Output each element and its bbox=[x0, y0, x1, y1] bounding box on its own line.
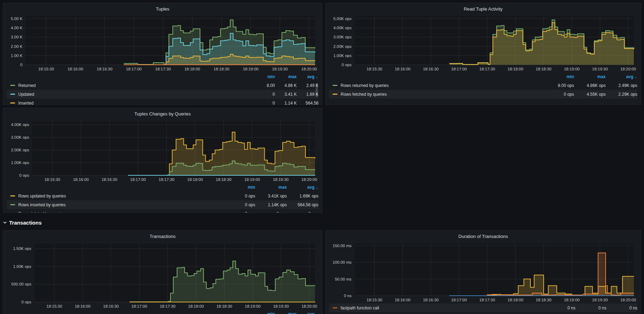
y-axis-tick-label: 2.00K ops bbox=[11, 148, 29, 152]
legend-sort-max[interactable]: max bbox=[255, 185, 287, 190]
y-axis-tick-label: 2.00K ops bbox=[333, 44, 352, 49]
tuples-legend-header: minmaxavg⌄ bbox=[7, 73, 318, 81]
legend-value-max: 0 ops bbox=[255, 211, 287, 213]
legend-sort-min[interactable]: min bbox=[253, 312, 275, 314]
legend-value-min: 0 bbox=[253, 92, 275, 97]
legend-sort-min[interactable]: min bbox=[253, 74, 275, 79]
x-axis-tick-label: 18:19:00 bbox=[245, 304, 260, 308]
panel-transactions: Transactions 0 ops500.00 ops1.00K ops1.5… bbox=[3, 230, 322, 314]
legend-sort-avg[interactable]: avg⌄ bbox=[297, 312, 318, 314]
x-axis-tick-label: 18:19:30 bbox=[272, 67, 288, 71]
legend-sort-max[interactable]: max bbox=[275, 312, 297, 314]
sort-caret-down-icon: ⌄ bbox=[635, 75, 637, 79]
legend-sort-avg[interactable]: avg⌄ bbox=[287, 185, 318, 190]
tuples-changes-legend: minmaxavg⌄Rows updated by queries0 ops3.… bbox=[7, 183, 318, 213]
x-axis-tick-label: 18:16:30 bbox=[103, 304, 119, 308]
legend-scrollbar[interactable] bbox=[316, 83, 318, 97]
y-axis-tick-label: 2.00 K bbox=[11, 44, 23, 49]
legend-sort-max[interactable]: max bbox=[275, 74, 297, 79]
x-axis-tick-label: 18:17:00 bbox=[126, 67, 142, 71]
legend-value-max: 1.14K ops bbox=[255, 202, 287, 207]
x-axis-tick-label: 18:17:00 bbox=[451, 298, 467, 302]
legend-series-label[interactable]: Rows inserted by queries bbox=[18, 202, 66, 207]
duration-chart[interactable]: 0 ns50.00 ms100.00 ms150.00 ms18:15:3018… bbox=[329, 241, 637, 303]
legend-series-label[interactable]: Returned bbox=[18, 83, 36, 88]
x-axis-tick-label: 18:19:30 bbox=[592, 298, 608, 302]
panel-title-tuples-changes[interactable]: Tuples Changes by Queries bbox=[7, 111, 318, 118]
x-axis-tick-label: 18:16:00 bbox=[67, 67, 83, 71]
x-axis-tick-label: 18:19:00 bbox=[564, 298, 580, 302]
y-axis-tick-label: 1.00K ops bbox=[13, 264, 31, 269]
legend-series-label[interactable]: Rows updated by queries bbox=[18, 194, 66, 199]
read_tuple_activity-legend-row-0: Rows returned by queries8.00 ops4.86K op… bbox=[329, 81, 637, 90]
duration-legend: fastpath function call0 ns0 ns0 ns bbox=[329, 303, 637, 312]
series-color-marker bbox=[10, 102, 15, 103]
y-axis-tick-label: 0 ops bbox=[342, 63, 352, 67]
panel-duration-of-transactions: Duration of Transactions 0 ns50.00 ms100… bbox=[325, 230, 641, 314]
transactions-legend-header: minmaxavg⌄ bbox=[7, 310, 318, 314]
tuples_changes-plot-svg: 0 ops1.00K ops2.00K ops3.00K ops4.00K op… bbox=[7, 118, 318, 183]
row-section-transactions[interactable]: Transactions bbox=[3, 218, 42, 227]
x-axis-tick-label: 18:17:30 bbox=[479, 67, 495, 71]
x-axis-tick-label: 18:16:00 bbox=[73, 177, 89, 182]
read_tuple_activity-plot-svg: 0 ops1.00K ops2.00K ops3.00K ops4.00K op… bbox=[329, 13, 637, 73]
legend-value-min: 0 ns bbox=[545, 306, 575, 310]
y-axis-tick-label: 1.50K ops bbox=[13, 246, 31, 251]
series-color-marker bbox=[10, 204, 15, 205]
legend-value-min: 0 ops bbox=[224, 194, 255, 199]
x-axis-tick-label: 18:19:30 bbox=[273, 177, 289, 182]
legend-value-max: 4.86K ops bbox=[574, 83, 606, 88]
panel-title-duration-of-transactions[interactable]: Duration of Transactions bbox=[329, 233, 637, 241]
legend-series-label[interactable]: Inserted bbox=[18, 101, 33, 105]
sort-caret-down-icon: ⌄ bbox=[316, 186, 318, 189]
panel-tuples: Tuples 01.00 K2.00 K3.00 K4.00 K5.00 K18… bbox=[3, 3, 322, 105]
legend-value-min: 0 ops bbox=[224, 211, 255, 213]
legend-sort-avg[interactable]: avg⌄ bbox=[297, 74, 318, 79]
x-axis-tick-label: 18:17:30 bbox=[160, 304, 175, 308]
y-axis-tick-label: 5.00K ops bbox=[333, 17, 352, 21]
transactions-plot-svg: 0 ops500.00 ops1.00K ops1.50K ops18:15:3… bbox=[7, 241, 318, 310]
legend-sort-avg[interactable]: avg⌄ bbox=[606, 74, 637, 79]
legend-value-min: 8.00 ops bbox=[542, 83, 574, 88]
legend-value-max: 1.14 K bbox=[275, 101, 297, 105]
legend-value-avg: 2.49 K bbox=[297, 83, 318, 88]
legend-sort-min[interactable]: min bbox=[224, 185, 255, 190]
legend-sort-min[interactable]: min bbox=[542, 74, 574, 79]
x-axis-tick-label: 18:20:00 bbox=[301, 304, 317, 308]
tuples-chart[interactable]: 01.00 K2.00 K3.00 K4.00 K5.00 K18:15:301… bbox=[7, 13, 318, 73]
x-axis-tick-label: 18:19:30 bbox=[273, 304, 289, 308]
x-axis-tick-label: 18:15:30 bbox=[46, 304, 62, 308]
panel-title-tuples[interactable]: Tuples bbox=[7, 6, 318, 13]
x-axis-tick-label: 18:16:00 bbox=[75, 304, 91, 308]
x-axis-tick-label: 18:18:00 bbox=[508, 298, 523, 302]
panel-title-read-tuple-activity[interactable]: Read Tuple Activity bbox=[329, 6, 637, 13]
x-axis-tick-label: 18:18:00 bbox=[508, 67, 523, 71]
y-axis-tick-label: 1.00K ops bbox=[11, 161, 29, 165]
y-axis-tick-label: 4.00 K bbox=[11, 26, 23, 30]
tuples-legend-row-1: Updated03.41 K1.69 K bbox=[7, 90, 318, 99]
x-axis-tick-label: 18:17:30 bbox=[159, 177, 174, 182]
tuples_changes-legend-row-1: Rows inserted by queries0 ops1.14K ops56… bbox=[7, 200, 318, 209]
series-color-marker bbox=[10, 195, 15, 196]
legend-value-avg: 564.56 ops bbox=[287, 202, 318, 207]
legend-series-label[interactable]: Rows deleted by queries bbox=[18, 211, 64, 213]
legend-series-label[interactable]: Rows returned by queries bbox=[341, 83, 389, 88]
legend-series-label[interactable]: fastpath function call bbox=[341, 306, 379, 310]
legend-series-label[interactable]: Rows fetched by queries bbox=[341, 92, 387, 97]
series-color-marker bbox=[333, 307, 337, 308]
legend-value-max: 0 ns bbox=[575, 306, 606, 310]
x-axis-tick-label: 18:19:00 bbox=[244, 177, 260, 182]
y-axis-tick-label: 500.00 ops bbox=[11, 282, 31, 286]
legend-series-label[interactable]: Updated bbox=[18, 92, 34, 97]
transactions-legend: minmaxavg⌄ bbox=[7, 310, 318, 314]
legend-value-avg: 1.69K ops bbox=[287, 194, 318, 199]
legend-value-avg: 2.49K ops bbox=[606, 83, 637, 88]
x-axis-tick-label: 18:16:00 bbox=[395, 67, 411, 71]
y-axis-tick-label: 0 ns bbox=[344, 294, 352, 298]
tuples-changes-chart[interactable]: 0 ops1.00K ops2.00K ops3.00K ops4.00K op… bbox=[7, 118, 318, 183]
panel-title-transactions[interactable]: Transactions bbox=[7, 233, 318, 241]
chevron-down-icon bbox=[3, 220, 7, 225]
transactions-chart[interactable]: 0 ops500.00 ops1.00K ops1.50K ops18:15:3… bbox=[7, 241, 318, 310]
legend-sort-max[interactable]: max bbox=[574, 74, 606, 79]
read-tuple-activity-chart[interactable]: 0 ops1.00K ops2.00K ops3.00K ops4.00K op… bbox=[329, 13, 637, 73]
